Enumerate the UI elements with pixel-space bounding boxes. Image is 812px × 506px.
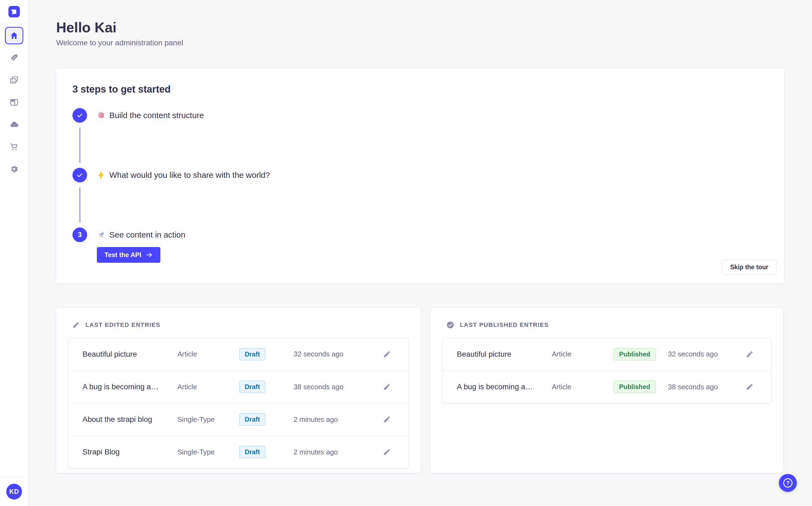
pencil-icon — [745, 350, 754, 358]
main-content: Hello Kai Welcome to your administration… — [28, 0, 812, 506]
entry-time: 38 seconds ago — [668, 383, 742, 391]
pencil-icon — [383, 383, 391, 391]
step-3-label-wrap: See content in action — [97, 230, 185, 239]
gear-icon — [9, 165, 19, 174]
edit-entry-button[interactable] — [380, 380, 394, 394]
sidebar-item-content-type-builder[interactable] — [5, 94, 23, 111]
sidebar-nav — [0, 24, 28, 178]
arrow-right-icon — [146, 251, 153, 258]
step-connector-2 — [80, 187, 80, 223]
entry-time: 32 seconds ago — [668, 350, 742, 358]
step-1-check-circle — [73, 108, 87, 123]
entry-time: 2 minutes ago — [294, 415, 380, 424]
pencil-icon — [383, 350, 391, 358]
help-button[interactable]: ? — [779, 474, 797, 492]
edit-entry-button[interactable] — [380, 445, 394, 459]
last-edited-card: LAST EDITED ENTRIES Beautiful picture Ar… — [56, 308, 420, 473]
step-3-label: See content in action — [109, 230, 185, 239]
sidebar-footer: KD — [0, 478, 28, 506]
entry-title: Beautiful picture — [457, 350, 552, 359]
pencil-icon — [383, 415, 391, 423]
question-mark-icon: ? — [783, 478, 793, 488]
cart-icon — [9, 142, 19, 152]
table-row: About the strapi blog Single-Type Draft … — [68, 403, 408, 436]
step-1-label: Build the content structure — [109, 111, 204, 120]
feather-icon — [9, 53, 19, 63]
sidebar-item-marketplace[interactable] — [5, 138, 23, 156]
last-edited-header: LAST EDITED ENTRIES — [72, 321, 409, 329]
check-circle-icon — [446, 321, 454, 329]
bottom-sections: LAST EDITED ENTRIES Beautiful picture Ar… — [56, 308, 784, 473]
page-title: Hello Kai — [56, 19, 784, 36]
last-edited-table: Beautiful picture Article Draft 32 secon… — [68, 338, 409, 469]
check-icon — [76, 112, 83, 119]
layout-icon — [9, 98, 19, 107]
edit-entry-button[interactable] — [742, 380, 757, 394]
entry-time: 38 seconds ago — [294, 383, 380, 391]
entry-title: About the strapi blog — [83, 415, 178, 424]
edit-entry-button[interactable] — [742, 347, 757, 361]
cloud-icon — [9, 120, 19, 129]
entry-title: Strapi Blog — [83, 448, 178, 456]
status-badge: Draft — [239, 413, 265, 426]
table-row: Beautiful picture Article Draft 32 secon… — [68, 338, 408, 370]
step-3-number-circle: 3 — [73, 228, 87, 242]
entry-time: 32 seconds ago — [294, 350, 380, 358]
entry-type: Single-Type — [178, 415, 239, 424]
table-row: Strapi Blog Single-Type Draft 2 minutes … — [68, 436, 408, 468]
step-3-number: 3 — [78, 231, 82, 239]
strapi-logo[interactable] — [8, 6, 20, 17]
last-published-header: LAST PUBLISHED ENTRIES — [446, 321, 771, 329]
edit-entry-button[interactable] — [380, 347, 394, 361]
entry-type: Article — [552, 383, 614, 391]
status-badge: Draft — [239, 348, 265, 360]
last-published-table: Beautiful picture Article Published 32 s… — [442, 338, 771, 403]
sidebar-item-media-library[interactable] — [5, 71, 23, 89]
status-badge: Published — [614, 348, 656, 360]
pencil-icon — [72, 321, 80, 329]
entry-title: A bug is becoming a… — [83, 383, 178, 391]
sidebar: KD — [0, 0, 28, 506]
avatar[interactable]: KD — [6, 484, 22, 500]
home-icon — [9, 31, 19, 40]
step-2-label-wrap: What would you like to share with the wo… — [97, 170, 270, 180]
sidebar-item-home[interactable] — [5, 27, 23, 44]
onboarding-steps: Build the content structure What would y… — [73, 108, 768, 263]
step-1-label-wrap: Build the content structure — [97, 111, 204, 120]
test-the-api-button[interactable]: Test the API — [97, 247, 160, 263]
step-3: 3 See content in action — [73, 228, 768, 242]
sidebar-divider-bottom — [0, 478, 28, 478]
step-2-label: What would you like to share with the wo… — [109, 170, 270, 180]
cta-row: Test the API — [97, 247, 768, 263]
sidebar-item-deploy[interactable] — [5, 116, 23, 133]
step-2-check-circle — [73, 168, 87, 182]
entry-type: Article — [178, 383, 239, 391]
edit-entry-button[interactable] — [380, 412, 394, 427]
entry-type: Article — [552, 350, 614, 358]
media-library-icon — [9, 76, 19, 85]
entry-time: 2 minutes ago — [294, 448, 380, 456]
table-row: A bug is becoming a… Article Draft 38 se… — [68, 370, 408, 403]
table-row: Beautiful picture Article Published 32 s… — [443, 338, 771, 370]
brain-emoji-icon — [97, 111, 106, 120]
onboarding-card: 3 steps to get started Build the content… — [56, 68, 784, 283]
page-subtitle: Welcome to your administration panel — [56, 38, 784, 47]
entry-type: Article — [178, 350, 239, 358]
entry-title: Beautiful picture — [83, 350, 178, 359]
zap-emoji-icon — [97, 171, 106, 179]
pencil-icon — [383, 448, 391, 456]
onboarding-title: 3 steps to get started — [73, 84, 768, 95]
status-badge: Published — [614, 381, 656, 393]
sidebar-item-content-manager[interactable] — [5, 49, 23, 67]
test-the-api-label: Test the API — [104, 251, 141, 259]
entry-title: A bug is becoming a… — [457, 383, 552, 391]
status-badge: Draft — [239, 446, 265, 458]
rocket-emoji-icon — [97, 231, 106, 239]
sidebar-item-settings[interactable] — [5, 160, 23, 178]
last-edited-title: LAST EDITED ENTRIES — [86, 321, 160, 329]
strapi-logo-icon — [8, 6, 20, 17]
last-published-card: LAST PUBLISHED ENTRIES Beautiful picture… — [430, 308, 783, 473]
skip-the-tour-button[interactable]: Skip the tour — [722, 260, 777, 275]
step-connector-1 — [80, 128, 80, 163]
status-badge: Draft — [239, 381, 265, 393]
